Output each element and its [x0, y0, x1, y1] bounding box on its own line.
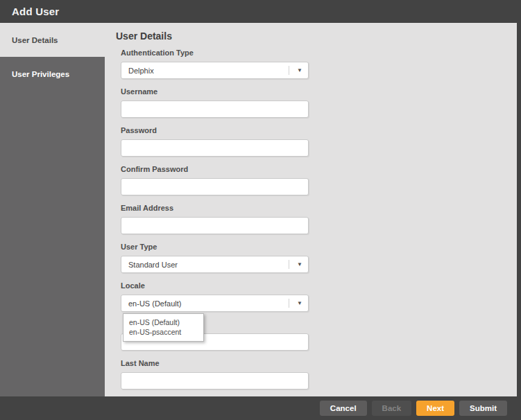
sidebar-item-user-privileges[interactable]: User Privileges: [0, 57, 105, 91]
select-divider: [289, 260, 289, 269]
locale-option[interactable]: en-US-psaccent: [123, 327, 203, 337]
field-user-type: User Type Standard User ▼: [121, 243, 517, 273]
field-username: Username: [121, 87, 517, 118]
field-password: Password: [121, 126, 517, 157]
username-label: Username: [121, 87, 517, 96]
chevron-down-icon: ▼: [297, 300, 302, 306]
user-type-label: User Type: [121, 243, 517, 252]
field-email-address: Email Address: [121, 204, 517, 234]
confirm-password-input[interactable]: [121, 178, 309, 195]
email-address-input[interactable]: [121, 217, 309, 234]
user-details-panel: User Details Authentication Type Delphix…: [105, 23, 517, 396]
wizard-sidebar: User Details User Privileges: [0, 23, 105, 396]
back-button[interactable]: Back: [372, 401, 412, 416]
locale-dropdown-popup: en-US (Default) en-US-psaccent: [123, 313, 204, 342]
field-last-name: Last Name: [121, 359, 517, 390]
submit-button[interactable]: Submit: [459, 401, 507, 416]
select-divider: [289, 299, 289, 308]
sidebar-item-user-details[interactable]: User Details: [0, 23, 105, 57]
chevron-down-icon: ▼: [297, 67, 302, 73]
locale-select[interactable]: en-US (Default) ▼ en-US (Default) en-US-…: [121, 295, 309, 312]
dialog-title: Add User: [12, 6, 59, 17]
last-name-label: Last Name: [121, 359, 517, 368]
chevron-down-icon: ▼: [297, 261, 302, 267]
email-address-label: Email Address: [121, 204, 517, 213]
confirm-password-label: Confirm Password: [121, 165, 517, 174]
locale-option[interactable]: en-US (Default): [123, 317, 203, 327]
authentication-type-label: Authentication Type: [121, 49, 517, 58]
field-authentication-type: Authentication Type Delphix ▼: [121, 49, 517, 79]
dialog-body: User Details User Privileges User Detail…: [0, 23, 517, 396]
field-locale: Locale en-US (Default) ▼ en-US (Default)…: [121, 281, 517, 312]
password-label: Password: [121, 126, 517, 135]
locale-label: Locale: [121, 281, 517, 290]
dialog-footer: Cancel Back Next Submit: [0, 396, 521, 420]
field-confirm-password: Confirm Password: [121, 165, 517, 195]
password-input[interactable]: [121, 139, 309, 157]
user-type-select[interactable]: Standard User ▼: [121, 256, 309, 273]
last-name-input[interactable]: [121, 372, 309, 390]
user-type-value: Standard User: [121, 261, 178, 269]
username-input[interactable]: [121, 100, 309, 118]
next-button[interactable]: Next: [416, 401, 454, 416]
authentication-type-value: Delphix: [121, 67, 154, 75]
cancel-button[interactable]: Cancel: [320, 401, 367, 416]
locale-value: en-US (Default): [121, 299, 181, 308]
panel-heading: User Details: [116, 30, 517, 42]
sidebar-item-label: User Privileges: [12, 70, 69, 78]
select-divider: [289, 66, 289, 75]
user-details-form: Authentication Type Delphix ▼ Username P…: [121, 49, 517, 390]
authentication-type-select[interactable]: Delphix ▼: [121, 62, 309, 79]
dialog-header: Add User: [0, 0, 521, 23]
sidebar-item-label: User Details: [12, 36, 58, 44]
